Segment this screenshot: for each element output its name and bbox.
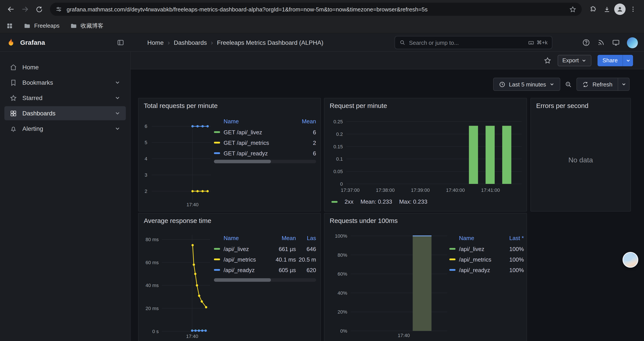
bookmark-folder-freeleaps[interactable]: Freeleaps <box>24 22 60 29</box>
panel-title[interactable]: Request per minute <box>330 102 387 109</box>
bookmark-label: Freeleaps <box>34 22 60 29</box>
export-button[interactable]: Export <box>558 55 592 66</box>
legend-row[interactable]: /api/_livez661 µs646 <box>214 244 316 254</box>
legend-row[interactable]: GET /api/_livez6 <box>214 127 316 137</box>
series-value: 100% <box>501 256 524 263</box>
breadcrumb-separator-icon: › <box>168 39 170 46</box>
floating-assistant-avatar[interactable] <box>622 252 638 268</box>
series-name: /api/_metrics <box>459 256 501 263</box>
legend-row[interactable]: /api/_livez100% <box>449 244 524 254</box>
sidebar-item-starred[interactable]: Starred <box>4 91 126 105</box>
bell-icon <box>10 125 17 132</box>
user-avatar[interactable] <box>627 37 638 48</box>
series-color-dash <box>332 201 338 203</box>
legend-row[interactable]: /api/_readyz100% <box>449 265 524 275</box>
legend-scrollbar[interactable] <box>214 278 316 282</box>
panel-title[interactable]: Total requests per minute <box>144 102 218 109</box>
favorite-star-icon[interactable] <box>544 56 551 64</box>
sidebar-item-dashboards[interactable]: Dashboards <box>4 106 126 120</box>
breadcrumb-current: Freeleaps Metrics Dashboard (ALPHA) <box>217 39 324 46</box>
series-value: 6 <box>291 129 316 135</box>
back-icon[interactable] <box>4 3 18 16</box>
sidebar-item-alerting[interactable]: Alerting <box>4 122 126 136</box>
panel-request-per-minute: 00.050.10.150.20.2517:37:0017:38:0017:39… <box>324 98 527 212</box>
share-dropdown-button[interactable] <box>622 55 633 66</box>
legend-row[interactable]: /api/_readyz605 µs620 <box>214 265 316 275</box>
panel-average-response-time: 0 s20 ms40 ms60 ms80 ms17:40 Average res… <box>138 213 321 341</box>
rss-icon[interactable] <box>597 39 605 47</box>
monitor-icon[interactable] <box>612 39 620 47</box>
legend-row[interactable]: /api/_metrics40.1 ms20.5 m <box>214 254 316 265</box>
legend-column-header[interactable]: Last * <box>501 235 524 241</box>
sidebar-item-bookmarks[interactable]: Bookmarks <box>4 76 126 90</box>
series-value: 2 <box>291 139 316 146</box>
star-icon <box>10 94 17 102</box>
scrollbar-thumb[interactable] <box>214 160 271 163</box>
chevron-down-icon[interactable] <box>114 95 120 101</box>
scrollbar-thumb[interactable] <box>214 278 271 282</box>
legend-column-header[interactable]: Mean <box>271 235 296 241</box>
share-button[interactable]: Share <box>598 55 622 66</box>
svg-text:100%: 100% <box>335 233 347 239</box>
panel-errors-per-second: Errors per second No data <box>530 98 631 212</box>
svg-text:0.25: 0.25 <box>334 119 343 124</box>
clock-icon <box>499 81 506 88</box>
chevron-down-icon[interactable] <box>114 126 120 132</box>
series-color-dash <box>214 248 220 250</box>
svg-text:17:40: 17:40 <box>186 202 198 207</box>
bookmark-folder-blogs[interactable]: 收藏博客 <box>70 22 104 30</box>
bar-chart[interactable]: 00.050.10.150.20.2517:37:0017:38:0017:39… <box>324 98 528 212</box>
site-settings-icon[interactable] <box>55 6 62 13</box>
series-name: /api/_livez <box>224 245 271 252</box>
panel-title[interactable]: Requests under 100ms <box>330 217 398 224</box>
sidebar-item-label: Bookmarks <box>22 79 53 86</box>
legend-column-header[interactable]: Las <box>296 235 316 241</box>
series-value: 620 <box>296 267 316 273</box>
legend-row[interactable]: GET /api/_metrics2 <box>214 137 316 148</box>
apps-grid-icon[interactable] <box>6 22 13 29</box>
grafana-logo[interactable] <box>6 38 16 47</box>
series-color-dash <box>214 131 220 133</box>
browser-profile-avatar[interactable] <box>614 4 626 15</box>
download-icon[interactable] <box>600 3 613 16</box>
sidebar-toggle-icon[interactable] <box>116 38 124 46</box>
legend-row[interactable]: GET /api/_readyz6 <box>214 148 316 158</box>
panel-title[interactable]: Errors per second <box>536 102 588 109</box>
url-text[interactable]: grafana.mathmast.com/d/deytv4rwavabkb/fr… <box>67 6 565 13</box>
legend-row[interactable]: /api/_metrics100% <box>449 254 524 265</box>
svg-text:0.15: 0.15 <box>334 144 343 149</box>
chevron-down-icon[interactable] <box>114 80 120 86</box>
browser-menu-kebab-icon[interactable] <box>626 3 640 16</box>
series-name[interactable]: 2xx <box>344 198 353 205</box>
refresh-interval-dropdown[interactable] <box>618 78 629 90</box>
legend-table: NameMeanLas/api/_livez661 µs646/api/_met… <box>214 233 316 275</box>
legend-column-header[interactable]: Name <box>449 235 501 241</box>
series-color-dash <box>449 248 456 250</box>
refresh-icon[interactable] <box>32 3 46 16</box>
bookmark-icon <box>10 79 17 86</box>
svg-text:80%: 80% <box>338 252 347 258</box>
legend-column-header[interactable]: Name <box>214 118 291 125</box>
browser-toolbar: grafana.mathmast.com/d/deytv4rwavabkb/fr… <box>0 0 644 19</box>
panel-title[interactable]: Average response time <box>144 217 211 224</box>
zoom-out-icon[interactable] <box>565 81 572 88</box>
search-input[interactable]: Search or jump to... ⌘+k <box>394 36 552 49</box>
breadcrumb-home[interactable]: Home <box>147 39 164 46</box>
svg-text:20 ms: 20 ms <box>146 306 159 311</box>
svg-text:60 ms: 60 ms <box>146 260 159 265</box>
legend-column-header[interactable]: Name <box>214 235 271 241</box>
legend-column-header[interactable]: Mean <box>291 118 316 125</box>
legend-scrollbar[interactable] <box>214 160 316 163</box>
url-bar[interactable]: grafana.mathmast.com/d/deytv4rwavabkb/fr… <box>50 3 582 16</box>
bookmark-star-icon[interactable] <box>569 6 576 13</box>
series-value: 661 µs <box>271 245 296 252</box>
svg-text:2: 2 <box>145 188 147 194</box>
time-range-label: Last 5 minutes <box>509 81 546 88</box>
chevron-down-icon[interactable] <box>114 110 120 116</box>
extensions-icon[interactable] <box>586 3 599 16</box>
help-icon[interactable] <box>582 39 590 47</box>
time-range-picker[interactable]: Last 5 minutes <box>493 78 560 91</box>
breadcrumb-dashboards[interactable]: Dashboards <box>174 39 207 46</box>
sidebar-item-home[interactable]: Home <box>4 60 126 74</box>
refresh-button[interactable]: Refresh <box>577 78 618 90</box>
